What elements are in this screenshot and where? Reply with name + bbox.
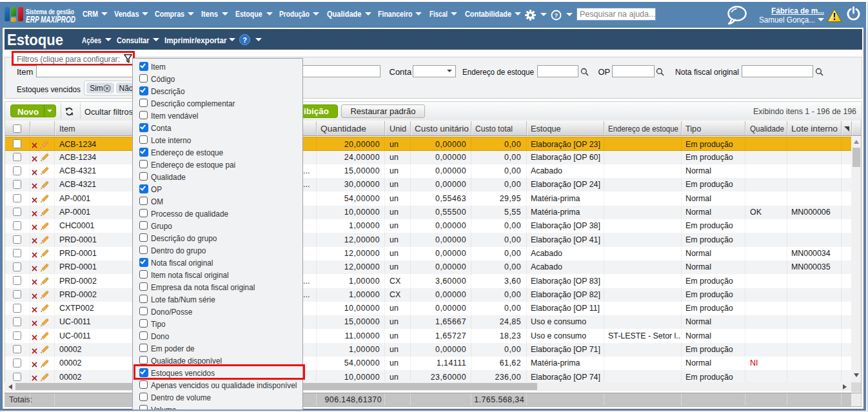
svg-text:?: ? bbox=[242, 36, 247, 44]
svg-text:?: ? bbox=[555, 12, 558, 19]
